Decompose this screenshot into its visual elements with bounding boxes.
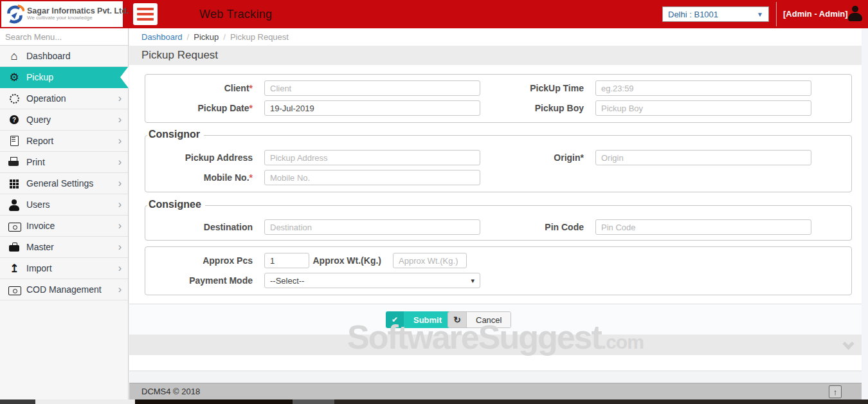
mobile-no-input[interactable]	[264, 170, 480, 185]
approx-wt-input[interactable]	[393, 253, 467, 268]
approx-pcs-input[interactable]	[264, 253, 309, 268]
client-input[interactable]	[264, 80, 480, 96]
chevron-down-icon	[842, 338, 854, 349]
logged-in-user[interactable]: [Admin - Admin]	[783, 0, 848, 28]
branch-select-value: Delhi : B1001	[668, 10, 757, 19]
consignor-legend: Consignor	[147, 129, 204, 140]
question-circle-icon	[8, 109, 21, 131]
destination-label: Destination	[150, 222, 264, 232]
sidebar-item-cod-management[interactable]: COD Management ›	[0, 279, 128, 300]
sidebar-item-master[interactable]: Master ›	[0, 237, 128, 258]
cancel-button[interactable]: ↻ Cancel	[448, 311, 511, 328]
pin-code-input[interactable]	[595, 219, 811, 235]
branch-select[interactable]: Delhi : B1001 ▼	[662, 6, 769, 22]
pin-code-label: Pin Code	[480, 222, 595, 232]
chevron-right-icon: ›	[118, 258, 122, 279]
breadcrumb-current: Pickup Request	[230, 32, 289, 42]
sidebar-search	[0, 28, 128, 46]
chevron-right-icon: ›	[118, 88, 122, 109]
user-profile-icon[interactable]	[847, 6, 863, 23]
chevron-right-icon: ›	[118, 109, 122, 131]
chevron-right-icon: ›	[118, 279, 122, 300]
report-icon	[8, 131, 21, 152]
chevron-right-icon: ›	[118, 152, 122, 173]
money-icon	[8, 279, 21, 300]
client-label: Client*	[150, 83, 264, 93]
sidebar-item-query[interactable]: Query ›	[0, 109, 128, 131]
check-icon: ✔	[386, 311, 404, 328]
pickup-date-label: Pickup Date*	[150, 103, 264, 113]
chevron-right-icon: ›	[118, 173, 122, 194]
page-title: Pickup Request	[141, 49, 218, 62]
origin-input[interactable]	[595, 150, 811, 165]
printer-icon	[8, 152, 21, 173]
app-title: Web Tracking	[199, 0, 272, 28]
sidebar-item-general-settings[interactable]: General Settings ›	[0, 173, 128, 194]
sidebar-item-import[interactable]: Import ›	[0, 258, 128, 279]
taskbar-sliver	[0, 399, 868, 404]
sidebar-item-print[interactable]: Print ›	[0, 152, 128, 173]
destination-input[interactable]	[264, 219, 480, 235]
chevron-right-icon: ›	[118, 131, 122, 152]
sidebar-item-dashboard[interactable]: Dashboard	[0, 46, 128, 67]
approx-wt-label: Approx Wt.(Kg.)	[309, 255, 393, 266]
page-title-bar: Pickup Request	[129, 46, 862, 65]
right-gutter	[862, 28, 868, 404]
consignor-group: Consignor Pickup Address Origin* Mobile …	[145, 135, 852, 192]
copyright-text: DCMS4 © 2018	[141, 387, 200, 396]
refresh-icon: ↻	[448, 312, 467, 327]
consignee-group: Consignee Destination Pin Code	[145, 205, 852, 241]
pickup-boy-label: Pickup Boy	[480, 103, 595, 113]
parcel-panel: Approx Pcs Approx Wt.(Kg.) Payment Mode …	[145, 246, 852, 295]
mobile-no-label: Mobile No.*	[150, 172, 264, 183]
watermark-band	[129, 335, 862, 355]
submit-button[interactable]: ✔ Submit	[386, 311, 451, 328]
search-input[interactable]	[0, 28, 128, 45]
company-logo: Sagar Informatics Pvt. Ltd. We cultivate…	[1, 1, 123, 27]
pickup-boy-input[interactable]	[595, 100, 811, 116]
home-icon	[8, 46, 21, 67]
active-arrow	[120, 66, 129, 88]
web-tracking-app: Sagar Informatics Pvt. Ltd. We cultivate…	[0, 0, 868, 404]
chevron-right-icon: ›	[118, 237, 122, 258]
chevron-right-icon: ›	[118, 216, 122, 237]
chevron-down-icon: ▼	[757, 11, 763, 18]
pickup-address-input[interactable]	[264, 150, 480, 165]
sidebar-item-invoice[interactable]: Invoice ›	[0, 216, 128, 237]
pickup-date-input[interactable]	[264, 100, 480, 116]
pickup-time-input[interactable]	[595, 80, 811, 96]
breadcrumb-dashboard[interactable]: Dashboard	[141, 32, 183, 42]
origin-label: Origin*	[480, 152, 595, 163]
briefcase-icon	[8, 237, 21, 258]
sidebar-item-users[interactable]: Users ›	[0, 194, 128, 216]
pickup-address-label: Pickup Address	[150, 152, 264, 163]
gear-icon	[8, 67, 21, 88]
breadcrumb-pickup[interactable]: Pickup	[194, 32, 219, 42]
basic-fields-panel: Client* PickUp Time Pickup Date* Pickup …	[145, 74, 852, 123]
main-content: Dashboard / Pickup / Pickup Request Pick…	[129, 0, 862, 404]
spinner-icon	[8, 88, 21, 109]
user-icon	[8, 194, 21, 216]
hamburger-menu-icon[interactable]	[133, 3, 158, 25]
sidebar-item-pickup[interactable]: Pickup	[0, 67, 128, 88]
pickup-time-label: PickUp Time	[480, 83, 595, 93]
sidebar: Dashboard Pickup Operation › Query › Rep…	[0, 28, 129, 404]
sidebar-item-operation[interactable]: Operation ›	[0, 88, 128, 109]
scroll-to-top-button[interactable]: ↑	[829, 385, 842, 398]
payment-mode-select[interactable]: --Select--	[264, 273, 480, 288]
top-header-bar: Sagar Informatics Pvt. Ltd. We cultivate…	[0, 0, 868, 28]
invoice-icon	[8, 216, 21, 237]
approx-pcs-label: Approx Pcs	[150, 255, 264, 266]
breadcrumb: Dashboard / Pickup / Pickup Request	[129, 28, 862, 46]
company-tagline: We cultivate your knowledge	[27, 15, 129, 21]
form-actions-strip: ✔ Submit ↻ Cancel	[129, 304, 862, 335]
header-divider	[776, 2, 777, 26]
chevron-right-icon: ›	[118, 194, 122, 216]
payment-mode-label: Payment Mode	[150, 275, 264, 286]
grid-icon	[8, 173, 21, 194]
sidebar-item-report[interactable]: Report ›	[0, 131, 128, 152]
upload-icon	[8, 258, 21, 279]
logo-s-icon	[5, 3, 24, 25]
consignee-legend: Consignee	[147, 199, 205, 210]
footer-bar: DCMS4 © 2018 ↑	[129, 383, 862, 399]
